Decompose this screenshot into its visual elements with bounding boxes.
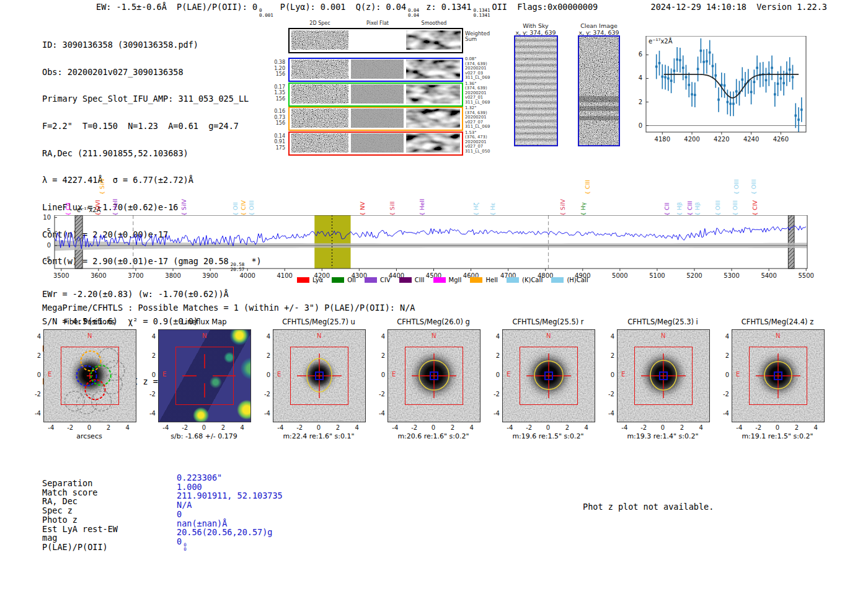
cutout-xtick: -2 (411, 424, 417, 431)
cutout-xtick: -2 (67, 424, 73, 431)
spec2d-column-title: 2D Spec (295, 20, 345, 26)
photz-note: Phot z plot not available. (583, 502, 714, 512)
cutout-ytick: 0 (373, 371, 385, 378)
spec2d-column-title: Pixel Flat (353, 20, 402, 26)
cutout-xtick: 4 (355, 424, 358, 431)
spectrum-xtick-label: 4000 (239, 272, 255, 279)
left-label: 175 (260, 145, 285, 151)
east-label: E (48, 371, 51, 378)
legend-swatch (507, 277, 519, 283)
noise-image (351, 84, 404, 104)
spectrum-ytick-label: 5 (38, 228, 51, 234)
cutout-ytick: 2 (143, 352, 156, 359)
cutout-caption: m:19.6 re:1.5" s:0.2" (512, 432, 583, 440)
legend-item: Lyα (297, 277, 323, 283)
emission-line-label: { OIII (732, 200, 739, 216)
cutout-title: CFHTLS/Meg(25.3) i (627, 318, 698, 326)
cutout-caption: m:22.4 re:1.6" s:0.1" (283, 432, 354, 440)
legend-label: CIII (415, 277, 425, 283)
left-label: 156 (260, 71, 285, 78)
cutout-ytick: -4 (29, 410, 41, 417)
east-label: E (621, 371, 625, 378)
cutout-ytick: -2 (487, 391, 500, 398)
cutout-ytick: -2 (373, 391, 385, 398)
noise-image (291, 109, 348, 128)
header-summary: EW: -1.5±-0.6Å P(LAE)/P(OII): 000.001 P(… (96, 2, 598, 17)
cutout-xtick: 4 (584, 424, 588, 431)
north-label: N (432, 332, 436, 339)
cutout-ytick: 4 (602, 333, 614, 340)
cutout-image-fiber: NE (43, 329, 136, 422)
legend-item: CIV (365, 277, 391, 283)
spectrum-xtick-label: 4100 (277, 272, 292, 279)
cutout-xtick: -4 (48, 424, 54, 431)
emission-line-label: { OIII (714, 200, 722, 216)
cutout-ytick: -4 (143, 410, 156, 417)
emission-line-label: { NV (359, 202, 366, 216)
cutout-image-img: NE (502, 329, 595, 422)
z-fraction: 0.13410.1341 (473, 8, 490, 17)
emission-line-label: { CIV (751, 200, 759, 216)
cutout-xtick: -4 (621, 424, 627, 431)
spec2d-column-title: Smoothed (409, 20, 459, 26)
cutout-ytick: -4 (258, 410, 270, 417)
emission-line-label: { CIII (686, 201, 694, 216)
extraction-box (634, 347, 693, 405)
plae-fraction: 00.001 (259, 8, 273, 17)
cutout-xtick: -4 (507, 424, 513, 431)
header-ztype: OII (492, 2, 507, 12)
header-plae: P(LAE)/P(OII): 0 (177, 2, 257, 12)
cutout-xtick: -4 (736, 424, 742, 431)
cutout-xtick: 4 (813, 424, 817, 431)
cutout-ytick: 2 (487, 352, 500, 359)
legend-label: MgII (449, 277, 462, 283)
cutout-xtick: -2 (526, 424, 532, 431)
legend-swatch (433, 277, 446, 283)
fit-unit-label: e⁻¹⁷x2Å (649, 38, 673, 45)
info-lineflux: LineFlux = -1.70(±0.62)e-16 (42, 203, 262, 212)
fit-ytick-label: 2 (632, 99, 642, 105)
cutout-xtick: 4 (469, 424, 473, 431)
spec2d-row-right-labels: 1.32"(374, 639)20200201v027_07311_LL_069 (465, 106, 490, 130)
left-label: 0.73 (260, 115, 285, 121)
cutout-ytick: 2 (258, 352, 270, 359)
legend-item: HeII (470, 277, 498, 283)
cutout-xtick: 2 (680, 424, 684, 431)
match-row-label: mag (42, 533, 57, 543)
cutout-ytick: -4 (487, 410, 500, 417)
match-row-label: Spec z (42, 506, 73, 515)
cutout-image-img: NE (388, 329, 480, 422)
right-label: 311_LL_069 (465, 125, 490, 130)
cutout-caption: m:19.3 re:1.4" s:0.2" (627, 432, 698, 440)
cutout-ytick: -2 (258, 391, 270, 398)
legend-label: HeII (485, 277, 498, 283)
spec2d-fiber-row (288, 58, 463, 82)
left-label: 156 (260, 96, 285, 102)
catalog-match-header: MegaPrime/CFHTLS : Possible Matches = 1 … (42, 303, 415, 313)
cutout-image-img: NE (732, 329, 825, 422)
cutout-image-img: NE (617, 329, 710, 422)
header-qz: Q(z): 0.04 (356, 2, 406, 12)
match-row-value: 20.56(20.56,20.57)g (177, 528, 272, 537)
noise-image (291, 133, 348, 153)
noise-image (406, 84, 460, 104)
spectrum-ytick-label: -5 (38, 256, 51, 263)
emission-line-label: { OIII (248, 200, 255, 216)
noise-image (406, 133, 460, 153)
emission-line-label: { OVI (94, 200, 102, 216)
elixer-report-page: EW: -1.5±-0.6Å P(LAE)/P(OII): 000.001 P(… (0, 0, 868, 591)
spectrum-xtick-label: 5100 (649, 272, 665, 279)
cutout-caption: m:20.6 re:1.6" s:0.2" (397, 432, 469, 440)
north-label: N (87, 332, 92, 339)
extraction-box (405, 347, 463, 405)
spectrum-ytick-label: 10 (38, 214, 51, 221)
match-row-label: Est LyA rest-EW (42, 525, 118, 534)
cutout-ytick: 0 (602, 371, 614, 378)
emission-line-label: { SiII (389, 202, 396, 216)
spec2d-row-left-labels: 0.171.35156 (260, 84, 285, 102)
spectrum-xtick-label: 3700 (128, 272, 143, 279)
cutout-ytick: 2 (373, 352, 385, 359)
cutout-ytick: 4 (373, 333, 385, 340)
cutout-ytick: 2 (602, 352, 614, 359)
spec2d-row-left-labels: 0.160.73156 (260, 109, 285, 127)
